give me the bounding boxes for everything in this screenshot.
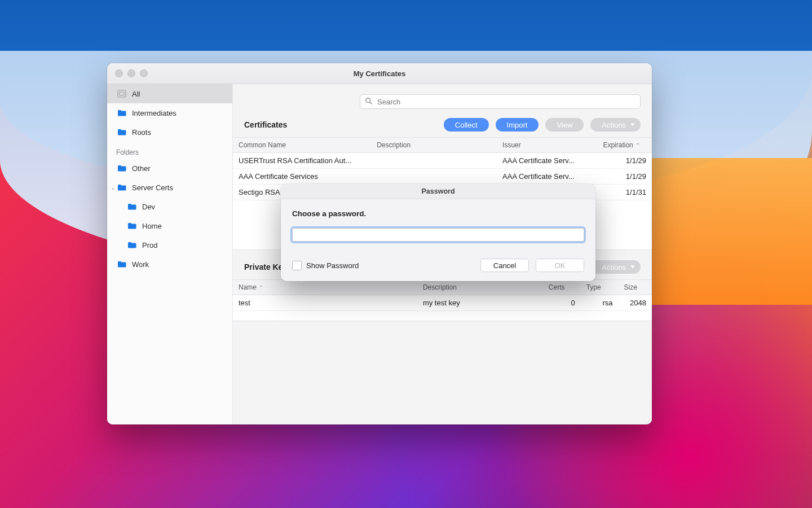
desktop-wallpaper: My Certificates All Intermediates [0, 0, 812, 508]
folder-icon [117, 110, 126, 116]
chevron-up-icon: ⌃ [636, 142, 640, 148]
collect-button[interactable]: Collect [444, 118, 489, 132]
show-password-checkbox[interactable]: Show Password [292, 261, 359, 270]
sidebar-item-all[interactable]: All [107, 84, 232, 103]
sidebar-item-label: Server Certs [132, 183, 173, 192]
svg-rect-1 [120, 92, 124, 95]
folder-icon [117, 184, 126, 191]
window-title: My Certificates [107, 69, 652, 78]
titlebar[interactable]: My Certificates [107, 63, 652, 84]
folder-icon [117, 165, 126, 172]
sidebar-folder-dev[interactable]: Dev [107, 197, 232, 216]
col-common-name[interactable]: Common Name [233, 138, 371, 153]
svg-line-3 [370, 102, 372, 103]
table-row[interactable]: USERTrust RSA Certification Aut... AAA C… [233, 153, 652, 169]
sidebar: All Intermediates Roots Folders [107, 84, 233, 424]
cancel-button[interactable]: Cancel [480, 259, 529, 272]
search-input[interactable] [360, 94, 641, 109]
sidebar-folder-server-certs[interactable]: ⌄ Server Certs [107, 178, 232, 197]
sidebar-item-roots[interactable]: Roots [107, 122, 232, 142]
dialog-title: Password [281, 184, 595, 199]
sidebar-item-label: All [132, 90, 140, 98]
sidebar-folder-home[interactable]: Home [107, 216, 232, 235]
password-input[interactable] [292, 228, 584, 242]
folder-icon [127, 222, 136, 229]
password-dialog: Password Choose a password. Show Passwor… [281, 184, 595, 281]
dialog-prompt: Choose a password. [292, 209, 584, 218]
folder-icon [117, 129, 126, 135]
search-field[interactable] [376, 97, 636, 107]
sidebar-item-label: Intermediates [132, 109, 176, 117]
certificates-title: Certificates [244, 120, 287, 129]
col-issuer[interactable]: Issuer [497, 138, 597, 153]
sidebar-item-label: Dev [142, 203, 155, 211]
svg-rect-0 [118, 90, 126, 97]
sidebar-item-label: Prod [142, 241, 157, 249]
folder-icon [127, 242, 136, 248]
col-type[interactable]: Type [581, 280, 619, 295]
chevron-up-icon: ⌃ [259, 284, 263, 291]
folder-icon [117, 261, 126, 268]
table-row[interactable]: AAA Certificate Services AAA Certificate… [233, 169, 652, 185]
col-description[interactable]: Description [371, 138, 497, 153]
sidebar-item-label: Other [132, 164, 151, 173]
show-password-label: Show Password [306, 261, 359, 270]
col-description[interactable]: Description [417, 280, 543, 295]
sidebar-item-label: Home [142, 222, 162, 230]
folder-icon [127, 203, 136, 210]
table-row[interactable]: test my test key 0 rsa 2048 [233, 295, 652, 311]
col-expiration[interactable]: Expiration⌃ [597, 138, 652, 153]
sidebar-folder-prod[interactable]: Prod [107, 235, 232, 255]
sidebar-item-label: Roots [132, 128, 151, 137]
ok-button: OK [536, 259, 584, 272]
actions-key-button: Actions [590, 260, 641, 274]
import-cert-button[interactable]: Import [496, 118, 539, 132]
actions-cert-button: Actions [590, 118, 641, 132]
col-size[interactable]: Size [619, 280, 652, 295]
search-icon [365, 97, 376, 107]
checkbox-icon[interactable] [292, 261, 302, 270]
sidebar-folder-other[interactable]: Other [107, 159, 232, 178]
col-name[interactable]: Name⌃ [233, 280, 417, 295]
sidebar-item-label: Work [132, 260, 149, 269]
all-icon [117, 90, 126, 98]
chevron-down-icon[interactable]: ⌄ [111, 185, 117, 191]
sidebar-item-intermediates[interactable]: Intermediates [107, 103, 232, 122]
keys-table[interactable]: Name⌃ Description Certs Type Size test [233, 279, 652, 321]
col-certs[interactable]: Certs [543, 280, 581, 295]
sidebar-section-folders: Folders [107, 142, 232, 159]
sidebar-folder-work[interactable]: Work [107, 255, 232, 274]
view-cert-button: View [545, 118, 584, 132]
